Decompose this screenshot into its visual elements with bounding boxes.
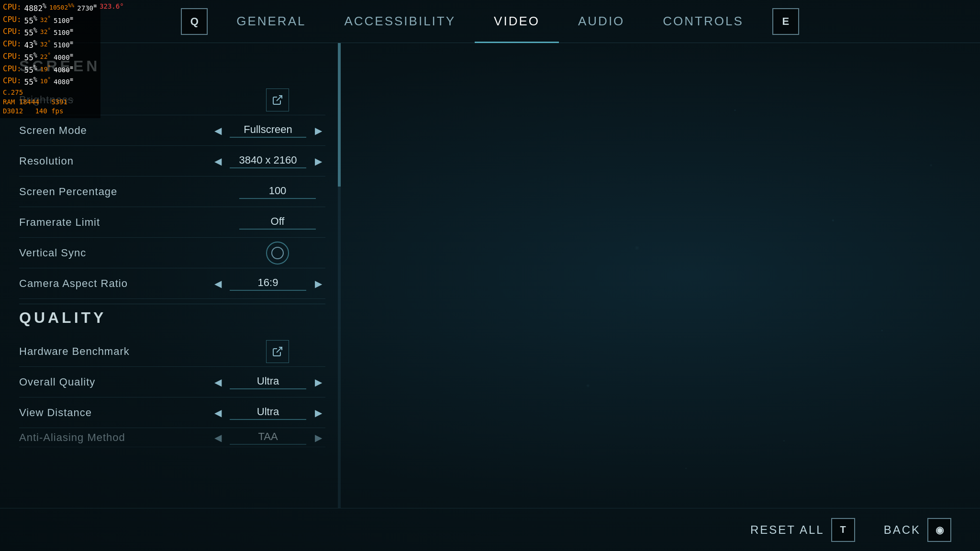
- framerate-limit-value: Off: [239, 215, 316, 230]
- setting-anti-aliasing-method: Anti-Aliasing Method ◀ TAA ▶: [19, 428, 325, 447]
- anti-aliasing-control: ◀ TAA ▶: [211, 430, 325, 445]
- section-divider: [19, 304, 325, 304]
- vertical-sync-control: [230, 242, 325, 264]
- resolution-control: ◀ 3840 x 2160 ▶: [211, 154, 325, 168]
- anti-aliasing-prev[interactable]: ◀: [211, 430, 225, 445]
- nav-key-e[interactable]: E: [772, 8, 799, 35]
- view-distance-control: ◀ Ultra ▶: [211, 406, 325, 420]
- view-distance-label: View Distance: [19, 407, 211, 419]
- setting-screen-percentage: Screen Percentage 100: [19, 176, 325, 207]
- hardware-benchmark-external-button[interactable]: [266, 340, 289, 363]
- camera-aspect-ratio-prev[interactable]: ◀: [211, 276, 225, 291]
- view-distance-next[interactable]: ▶: [311, 406, 325, 420]
- resolution-prev[interactable]: ◀: [211, 154, 225, 168]
- screen-percentage-value: 100: [239, 185, 316, 199]
- setting-framerate-limit: Framerate Limit Off: [19, 207, 325, 238]
- screen-percentage-control: 100: [230, 185, 325, 199]
- camera-aspect-ratio-value: 16:9: [230, 276, 306, 291]
- setting-view-distance: View Distance ◀ Ultra ▶: [19, 397, 325, 428]
- back-action[interactable]: BACK ◉: [884, 518, 951, 542]
- screen-mode-next[interactable]: ▶: [311, 123, 325, 138]
- setting-hardware-benchmark: Hardware Benchmark: [19, 336, 325, 367]
- tab-video[interactable]: VIDEO: [475, 0, 559, 43]
- brightness-external-button[interactable]: [266, 88, 289, 111]
- screen-mode-control: ◀ Fullscreen ▶: [211, 123, 325, 138]
- resolution-label: Resolution: [19, 155, 211, 167]
- reset-all-label: RESET ALL: [750, 523, 824, 537]
- nav-key-q[interactable]: Q: [181, 8, 208, 35]
- anti-aliasing-next[interactable]: ▶: [311, 430, 325, 445]
- camera-aspect-ratio-label: Camera Aspect Ratio: [19, 277, 211, 290]
- tab-controls[interactable]: CONTROLS: [644, 0, 762, 43]
- resolution-next[interactable]: ▶: [311, 154, 325, 168]
- camera-aspect-ratio-next[interactable]: ▶: [311, 276, 325, 291]
- resolution-value: 3840 x 2160: [230, 154, 306, 168]
- overall-quality-control: ◀ Ultra ▶: [211, 375, 325, 389]
- anti-aliasing-value: TAA: [230, 430, 306, 445]
- bottom-bar: RESET ALL T BACK ◉: [0, 508, 980, 551]
- camera-aspect-ratio-control: ◀ 16:9 ▶: [211, 276, 325, 291]
- setting-overall-quality: Overall Quality ◀ Ultra ▶: [19, 367, 325, 397]
- overall-quality-value: Ultra: [230, 375, 306, 389]
- svg-line-0: [277, 96, 282, 101]
- anti-aliasing-label: Anti-Aliasing Method: [19, 431, 211, 444]
- screen-mode-value: Fullscreen: [230, 123, 306, 138]
- overall-quality-prev[interactable]: ◀: [211, 375, 225, 389]
- section-quality-header: QUALITY: [19, 309, 325, 327]
- vertical-sync-toggle[interactable]: [266, 242, 289, 264]
- tab-accessibility[interactable]: ACCESSIBILITY: [325, 0, 475, 43]
- hardware-benchmark-label: Hardware Benchmark: [19, 345, 230, 358]
- setting-resolution: Resolution ◀ 3840 x 2160 ▶: [19, 146, 325, 176]
- nav-bar: Q GENERAL ACCESSIBILITY VIDEO AUDIO CONT…: [0, 0, 980, 43]
- cpu-overlay: CPU:4882%10502%%2730≡323.6° CPU:55%32°51…: [0, 0, 100, 118]
- tab-audio[interactable]: AUDIO: [559, 0, 644, 43]
- setting-camera-aspect-ratio: Camera Aspect Ratio ◀ 16:9 ▶: [19, 268, 325, 299]
- quality-settings-list: Hardware Benchmark Overall Quality ◀ Ult…: [19, 336, 325, 447]
- setting-screen-mode: Screen Mode ◀ Fullscreen ▶: [19, 115, 325, 146]
- view-distance-value: Ultra: [230, 406, 306, 420]
- svg-line-2: [277, 347, 282, 353]
- overall-quality-next[interactable]: ▶: [311, 375, 325, 389]
- back-label: BACK: [884, 523, 921, 537]
- framerate-limit-label: Framerate Limit: [19, 216, 230, 229]
- reset-all-action[interactable]: RESET ALL T: [750, 518, 855, 542]
- screen-percentage-label: Screen Percentage: [19, 186, 230, 198]
- framerate-limit-control: Off: [230, 215, 325, 230]
- setting-vertical-sync: Vertical Sync: [19, 238, 325, 268]
- svg-point-1: [272, 247, 283, 259]
- vertical-sync-label: Vertical Sync: [19, 247, 230, 259]
- screen-mode-prev[interactable]: ◀: [211, 123, 225, 138]
- back-key-badge: ◉: [927, 518, 951, 542]
- brightness-control: [230, 88, 325, 111]
- reset-key-badge: T: [831, 518, 855, 542]
- overall-quality-label: Overall Quality: [19, 376, 211, 388]
- view-distance-prev[interactable]: ◀: [211, 406, 225, 420]
- hardware-benchmark-control: [230, 340, 325, 363]
- screen-mode-label: Screen Mode: [19, 124, 211, 137]
- tab-general[interactable]: GENERAL: [217, 0, 325, 43]
